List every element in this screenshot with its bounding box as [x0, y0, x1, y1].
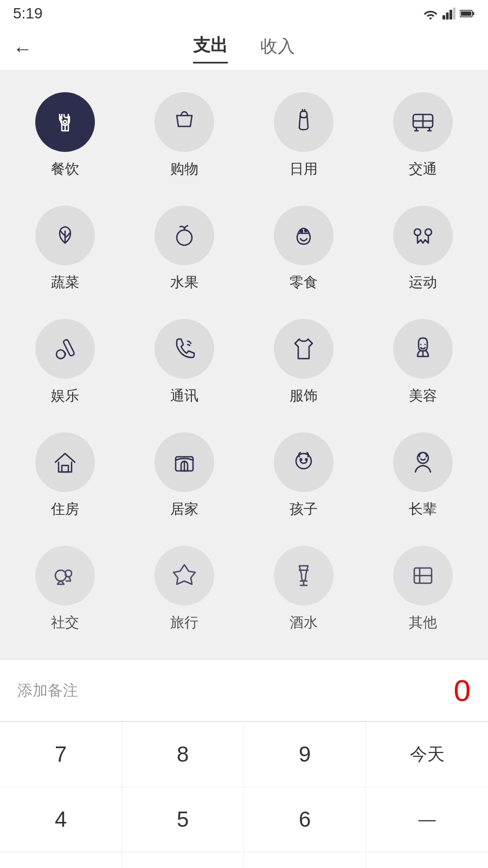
category-housing[interactable]: 住房: [5, 422, 125, 535]
clothing-icon: [288, 334, 319, 364]
fruits-icon: [169, 220, 200, 251]
tab-expense[interactable]: 支出: [193, 34, 228, 63]
snacks-icon: [288, 220, 319, 251]
snacks-label: 零食: [290, 273, 318, 292]
elders-icon-circle: [393, 432, 453, 492]
category-other[interactable]: 其他: [363, 535, 483, 648]
transport-label: 交通: [409, 159, 437, 178]
shopping-icon: [169, 107, 200, 137]
svg-rect-6: [461, 11, 471, 16]
svg-point-19: [305, 229, 307, 232]
children-icon-circle: [274, 432, 333, 492]
category-elders[interactable]: 长辈: [363, 422, 483, 535]
svg-point-22: [56, 350, 65, 359]
dining-icon: [50, 107, 80, 137]
category-drinks[interactable]: 酒水: [244, 535, 363, 648]
key-2[interactable]: 2: [122, 852, 244, 868]
note-amount-bar: 添加备注 0: [0, 659, 488, 722]
key-4[interactable]: 4: [0, 787, 122, 852]
entertainment-label: 娱乐: [51, 386, 79, 405]
travel-label: 旅行: [170, 613, 198, 632]
sports-icon-circle: [393, 206, 453, 265]
shopping-icon-circle: [155, 92, 214, 152]
key-plus[interactable]: +: [366, 852, 488, 868]
category-vegetables[interactable]: 蔬菜: [5, 195, 125, 308]
status-time: 5:19: [13, 5, 43, 22]
key-7[interactable]: 7: [0, 722, 122, 787]
numpad: 7 8 9 今天 4 5 6 — 1 2 3 + 0 . ⌫ 完成: [0, 722, 488, 868]
sports-icon: [408, 220, 438, 251]
entertainment-icon: [50, 334, 80, 364]
dining-label: 餐饮: [51, 159, 79, 178]
key-5[interactable]: 5: [122, 787, 244, 852]
key-8[interactable]: 8: [122, 722, 244, 787]
note-placeholder[interactable]: 添加备注: [17, 680, 78, 701]
clothing-icon-circle: [274, 319, 333, 379]
housing-label: 住房: [51, 500, 79, 519]
wifi-icon: [423, 8, 438, 20]
key-1[interactable]: 1: [0, 852, 122, 868]
communication-icon: [169, 334, 200, 364]
social-label: 社交: [51, 613, 79, 632]
category-beauty[interactable]: 美容: [363, 308, 483, 422]
beauty-icon-circle: [393, 319, 453, 379]
housing-icon: [50, 447, 80, 477]
daily-icon-circle: [274, 92, 333, 152]
svg-rect-3: [453, 8, 456, 20]
tab-income[interactable]: 收入: [260, 34, 295, 63]
housing-icon-circle: [35, 432, 95, 492]
status-bar: 5:19: [0, 0, 488, 27]
dining-icon-circle: [35, 92, 95, 152]
category-communication[interactable]: 通讯: [125, 308, 244, 422]
back-button[interactable]: ←: [13, 37, 33, 60]
communication-icon-circle: [155, 319, 214, 379]
svg-point-11: [63, 120, 67, 124]
svg-point-29: [306, 459, 307, 461]
elders-icon: [408, 447, 438, 477]
travel-icon: [169, 560, 200, 591]
daily-label: 日用: [290, 159, 318, 178]
category-travel[interactable]: 旅行: [125, 535, 244, 648]
svg-point-17: [177, 230, 192, 245]
beauty-label: 美容: [409, 386, 437, 405]
category-children[interactable]: 孩子: [244, 422, 363, 535]
children-label: 孩子: [290, 500, 318, 519]
battery-icon: [460, 9, 475, 18]
other-icon: [408, 560, 438, 591]
key-6[interactable]: 6: [244, 787, 366, 852]
clothing-label: 服饰: [290, 386, 318, 405]
category-entertainment[interactable]: 娱乐: [5, 308, 125, 422]
category-snacks[interactable]: 零食: [244, 195, 363, 308]
category-fruits[interactable]: 水果: [125, 195, 244, 308]
home-icon-circle: [155, 432, 214, 492]
vegetables-label: 蔬菜: [51, 273, 79, 292]
other-icon-circle: [393, 546, 453, 605]
amount-display: 0: [454, 673, 471, 708]
category-clothing[interactable]: 服饰: [244, 308, 363, 422]
transport-icon: [408, 107, 438, 137]
shopping-label: 购物: [170, 159, 198, 178]
category-shopping[interactable]: 购物: [125, 81, 244, 195]
category-sports[interactable]: 运动: [363, 195, 483, 308]
svg-rect-1: [446, 12, 449, 20]
category-transport[interactable]: 交通: [363, 81, 483, 195]
fruits-icon-circle: [155, 206, 214, 265]
category-social[interactable]: 社交: [5, 535, 125, 648]
svg-rect-0: [442, 15, 445, 20]
svg-rect-5: [473, 12, 474, 15]
social-icon: [50, 560, 80, 591]
home-icon: [169, 447, 200, 477]
drinks-icon-circle: [274, 546, 333, 605]
svg-rect-24: [62, 465, 68, 472]
category-home[interactable]: 居家: [125, 422, 244, 535]
category-dining[interactable]: 餐饮: [5, 81, 125, 195]
key-minus[interactable]: —: [366, 787, 488, 852]
category-daily[interactable]: 日用: [244, 81, 363, 195]
snacks-icon-circle: [274, 206, 333, 265]
key-9[interactable]: 9: [244, 722, 366, 787]
key-today[interactable]: 今天: [366, 722, 488, 787]
svg-point-28: [300, 459, 302, 461]
svg-rect-2: [450, 10, 452, 20]
svg-point-20: [414, 229, 421, 235]
key-3[interactable]: 3: [244, 852, 366, 868]
